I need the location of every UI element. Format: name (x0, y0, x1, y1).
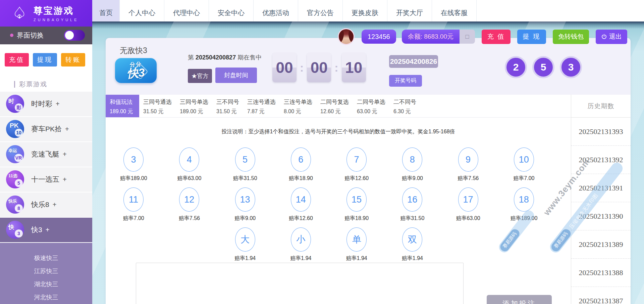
balance-badge: 余额: 8683.00元 (402, 30, 460, 44)
history-row-2[interactable]: 202502131392 (571, 146, 631, 174)
history-row-6[interactable]: 202502131388 (571, 259, 631, 287)
header-withdraw-button[interactable]: 提 现 (517, 30, 546, 44)
bet-option-17[interactable]: 17赔率63.00 (440, 187, 496, 222)
countdown-minutes: 00 (307, 53, 331, 82)
issue-number: 202504200827 (196, 54, 236, 61)
submenu-item-hubei[interactable]: 湖北快三 (0, 278, 92, 291)
bet-option-6[interactable]: 6赔率18.90 (273, 147, 329, 182)
game-header: 无敌快3 分分 快3 第 202504200827 期在售中 ★官方 封盘时间 … (106, 38, 631, 95)
nav-change-skin[interactable]: 更换皮肤 (343, 0, 387, 21)
tab-ertonghao-danxuan[interactable]: 二同号单选63.00 元 (353, 95, 389, 117)
bet-option-12[interactable]: 12赔率7.56 (161, 187, 217, 222)
history-row-7[interactable]: 202502131387 (571, 287, 631, 304)
kuai3-submenu: 极速快三 江苏快三 湖北快三 河北快三 (0, 243, 92, 304)
add-bet-button[interactable]: 添加投注 (487, 295, 552, 304)
withdraw-button[interactable]: 提现 (33, 53, 57, 67)
header-recharge-button[interactable]: 充 值 (482, 30, 511, 44)
draw-result-balls: 2 5 3 (505, 56, 582, 78)
history-row-4[interactable]: 202502131390 (571, 202, 631, 230)
sidebar-item-kuai3[interactable]: 快3 快3+ (0, 218, 92, 243)
bet-option-7[interactable]: 7赔率12.60 (329, 147, 384, 182)
history-row-3[interactable]: 202502131391 (571, 174, 631, 202)
bet-option-14[interactable]: 14赔率12.60 (273, 187, 329, 222)
main-region: 123456 余额: 8683.00元 □ 充 值 提 现 免转钱包 退出 无敌… (92, 21, 644, 304)
countdown-timer: 00 : 00 : 10 (272, 53, 366, 82)
bet-options-grid: 3赔率189.00 4赔率63.00 5赔率31.50 6赔率18.90 7赔率… (106, 147, 552, 262)
bet-option-small[interactable]: 小赔率1.94 (273, 227, 329, 262)
lottery-section-label: 彩票游戏 (5, 80, 92, 89)
brand-title: 尊宝游戏 (34, 5, 79, 17)
submenu-item-jisu[interactable]: 极速快三 (0, 252, 92, 265)
bet-option-10[interactable]: 10赔率7.00 (496, 147, 552, 182)
tab-sanlianhao-tongxuan[interactable]: 三连号通选7.87 元 (243, 95, 280, 117)
nav-personal-center[interactable]: 个人中心 (120, 0, 164, 21)
official-badge[interactable]: ★官方 (188, 69, 212, 83)
sidebar-item-feiting[interactable]: 幸运VR 竞速飞艇+ (0, 142, 92, 167)
game-panel: 无敌快3 分分 快3 第 202504200827 期在售中 ★官方 封盘时间 … (106, 38, 631, 304)
bet-option-5[interactable]: 5赔率31.50 (217, 147, 273, 182)
nav-promotions[interactable]: 优惠活动 (254, 0, 298, 21)
nav-home[interactable]: 首页 (92, 0, 120, 21)
tab-sanlianhao-danxuan[interactable]: 三连号单选8.00 元 (280, 95, 316, 117)
interface-toggle-row: 界面切换 (0, 27, 92, 44)
sidebar-item-kuaile8[interactable]: 快乐8 快乐8+ (0, 192, 92, 218)
kuaile8-icon: 快乐8 (6, 196, 24, 214)
bet-option-4[interactable]: 4赔率63.00 (161, 147, 217, 182)
nav-announcements[interactable]: 官方公告 (298, 0, 343, 21)
logout-button[interactable]: 退出 (596, 30, 627, 44)
bet-instruction: 投注说明：至少选择1个和值投注，选号与开奖的三个号码相加的数值一致即中奖。奖金1… (106, 118, 571, 135)
bet-option-8[interactable]: 8赔率9.00 (384, 147, 440, 182)
countdown-hours: 00 (272, 53, 297, 82)
current-issue-label: 第 202504200827 期在售中 (188, 53, 262, 61)
tab-erbutonghao[interactable]: 二不同号6.30 元 (389, 95, 420, 117)
11x5-icon: 11选5 (6, 170, 24, 188)
bet-option-18[interactable]: 18赔率189.00 (496, 187, 552, 222)
bet-option-16[interactable]: 16赔率31.50 (384, 187, 440, 222)
bet-option-9[interactable]: 9赔率7.56 (440, 147, 496, 182)
submenu-item-hebei[interactable]: 河北快三 (0, 291, 92, 304)
bet-option-11[interactable]: 11赔率7.00 (106, 187, 161, 222)
user-bar: 123456 余额: 8683.00元 □ 充 值 提 现 免转钱包 退出 (338, 29, 627, 44)
recharge-button[interactable]: 充值 (5, 53, 29, 67)
bet-option-13[interactable]: 13赔率9.00 (217, 187, 273, 222)
draw-numbers-button[interactable]: 开奖号码 (389, 75, 422, 87)
history-panel: 历史期数 202502131393 202502131392 202502131… (571, 95, 631, 304)
play-type-tabs: 和值玩法189.00 元 三同号通选31.50 元 三同号单选189.00 元 … (106, 95, 571, 118)
transfer-button[interactable]: 转账 (61, 53, 85, 67)
nav-security-center[interactable]: 安全中心 (209, 0, 254, 21)
spade-icon: ♤ (12, 4, 26, 22)
sidebar-item-pk10[interactable]: PK10 赛车PK拾+ (0, 117, 92, 142)
refresh-balance-button[interactable]: □ (460, 30, 475, 44)
sidebar-item-11x5[interactable]: 11选5 十一选五+ (0, 167, 92, 192)
tab-hezhi[interactable]: 和值玩法189.00 元 (106, 95, 139, 117)
feiting-icon: 幸运VR (6, 145, 24, 163)
draw-ball-2: 5 (532, 56, 554, 78)
brand-logo-icon: ♤ (10, 4, 29, 23)
bet-option-15[interactable]: 15赔率18.90 (329, 187, 384, 222)
nav-agent-center[interactable]: 代理中心 (164, 0, 209, 21)
tab-ertonghao-fuxuan[interactable]: 二同号复选12.60 元 (316, 95, 353, 117)
history-row-1[interactable]: 202502131393 (571, 118, 631, 146)
last-issue-badge: 202504200826 (389, 55, 438, 68)
bet-option-big[interactable]: 大赔率1.94 (217, 227, 273, 262)
app-root: ♤ 尊宝游戏 ZUNBAOYULE 界面切换 充值 提现 转账 彩票游戏 (0, 0, 644, 304)
nav-customer-service[interactable]: 在线客服 (432, 0, 477, 21)
free-wallet-button[interactable]: 免转钱包 (553, 30, 589, 44)
draw-ball-1: 2 (505, 56, 527, 78)
tab-santonghao-tongxuan[interactable]: 三同号通选31.50 元 (139, 95, 176, 117)
power-icon (601, 34, 607, 40)
tab-sanbutonghao[interactable]: 三不同号31.50 元 (212, 95, 243, 117)
tab-santonghao-danxuan[interactable]: 三同号单选189.00 元 (176, 95, 212, 117)
interface-toggle-switch[interactable] (64, 30, 85, 41)
nav-draw-hall[interactable]: 开奖大厅 (387, 0, 432, 21)
seal-time-button[interactable]: 封盘时间 (215, 68, 257, 83)
avatar[interactable] (338, 28, 355, 45)
submenu-item-jiangsu[interactable]: 江苏快三 (0, 265, 92, 278)
sidebar-item-shishicai[interactable]: 时彩 时时彩+ (0, 92, 92, 117)
section-bar-icon (14, 81, 15, 88)
bet-option-even[interactable]: 双赔率1.94 (384, 227, 440, 262)
history-row-5[interactable]: 202502131389 (571, 230, 631, 259)
bet-option-odd[interactable]: 单赔率1.94 (329, 227, 384, 262)
dot-icon (10, 34, 13, 37)
bet-option-3[interactable]: 3赔率189.00 (106, 147, 161, 182)
